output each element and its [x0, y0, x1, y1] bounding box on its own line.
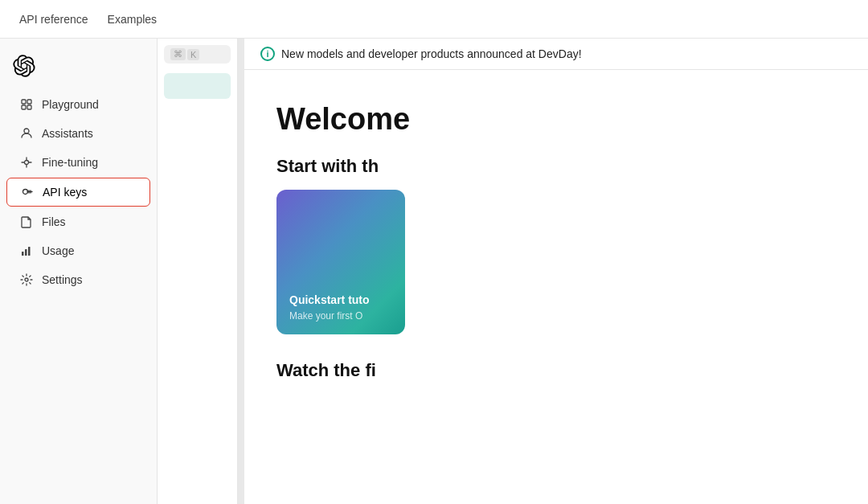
sidebar-item-api-keys[interactable]: API keys	[6, 178, 150, 207]
usage-icon	[19, 244, 34, 258]
quickstart-card-title: Quickstart tuto	[289, 293, 392, 307]
search-bar[interactable]: ⌘ K	[164, 45, 231, 64]
start-section-title: Start with th	[276, 156, 836, 177]
watch-the-section: Watch the fi	[276, 360, 836, 381]
svg-rect-7	[22, 252, 24, 256]
api-keys-icon	[20, 185, 35, 199]
svg-rect-8	[25, 249, 27, 256]
playground-icon	[19, 97, 34, 112]
api-reference-link[interactable]: API reference	[19, 13, 88, 26]
watch-the-title: Watch the fi	[276, 360, 836, 381]
k-key: K	[187, 49, 199, 60]
usage-label: Usage	[42, 244, 74, 257]
middle-panel: ⌘ K	[158, 39, 238, 504]
svg-rect-3	[27, 105, 31, 109]
assistants-label: Assistants	[42, 127, 93, 140]
sidebar-logo	[0, 45, 157, 90]
top-nav-links: API reference Examples	[19, 13, 157, 26]
openai-logo-icon	[13, 55, 35, 77]
announcement-icon: i	[260, 47, 275, 61]
files-label: Files	[42, 215, 66, 228]
announcement-text: New models and developer products announ…	[281, 47, 582, 60]
selected-item-bar	[164, 73, 231, 99]
sidebar-item-usage[interactable]: Usage	[6, 237, 150, 264]
top-nav: API reference Examples	[0, 0, 868, 39]
svg-rect-9	[28, 247, 31, 256]
fine-tuning-icon	[19, 155, 34, 170]
svg-rect-0	[22, 100, 26, 104]
sidebar-item-assistants[interactable]: Assistants	[6, 120, 150, 147]
playground-label: Playground	[42, 98, 99, 111]
examples-link[interactable]: Examples	[108, 13, 157, 26]
right-panel: i New models and developer products anno…	[244, 39, 868, 504]
svg-rect-1	[27, 100, 31, 104]
content-area: ⌘ K i New models and developer products …	[158, 39, 868, 504]
svg-point-10	[25, 278, 28, 281]
svg-rect-2	[22, 105, 26, 109]
sidebar-item-settings[interactable]: Settings	[6, 266, 150, 293]
welcome-content: Welcome Start with th Quickstart tuto Ma…	[244, 70, 868, 504]
svg-point-4	[24, 129, 29, 133]
main-layout: Playground Assistants Fine-tuning	[0, 39, 868, 504]
sidebar-item-playground[interactable]: Playground	[6, 91, 150, 118]
welcome-title: Welcome	[276, 102, 836, 137]
cmd-key: ⌘	[170, 48, 186, 60]
sidebar: Playground Assistants Fine-tuning	[0, 39, 158, 504]
quickstart-card[interactable]: Quickstart tuto Make your first O	[276, 190, 405, 334]
announcement-banner: i New models and developer products anno…	[244, 39, 868, 70]
files-icon	[19, 215, 34, 229]
vertical-divider[interactable]	[238, 39, 244, 504]
svg-point-5	[25, 161, 29, 165]
sidebar-item-fine-tuning[interactable]: Fine-tuning	[6, 149, 150, 176]
sidebar-item-files[interactable]: Files	[6, 208, 150, 236]
api-keys-label: API keys	[43, 186, 87, 199]
settings-label: Settings	[42, 273, 83, 286]
assistants-icon	[19, 126, 34, 141]
quickstart-card-subtitle: Make your first O	[289, 310, 392, 322]
search-shortcut: ⌘ K	[170, 48, 199, 60]
settings-icon	[19, 272, 34, 287]
fine-tuning-label: Fine-tuning	[42, 156, 98, 169]
